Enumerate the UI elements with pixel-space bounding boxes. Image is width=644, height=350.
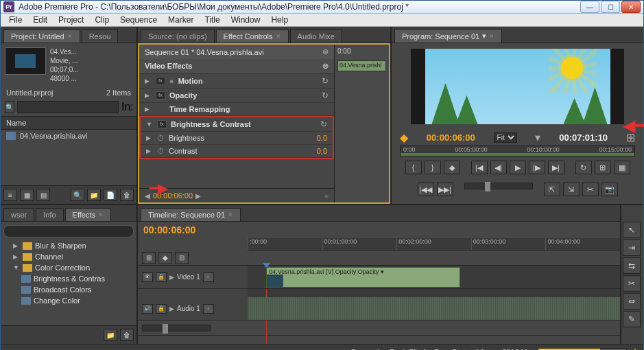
new-bin-button[interactable]: 📁 xyxy=(87,189,101,201)
close-icon[interactable]: ✕ xyxy=(489,33,494,40)
chevron-right-icon[interactable]: ▶ xyxy=(146,148,153,154)
menu-file[interactable]: File xyxy=(3,14,27,26)
menu-title[interactable]: Title xyxy=(199,14,225,26)
effect-row-time-remapping[interactable]: ▶ Time Remapping xyxy=(139,103,334,116)
playhead-marker-icon[interactable]: ◆ xyxy=(400,131,408,144)
mark-in-button[interactable]: { xyxy=(405,161,422,174)
track-select-tool[interactable]: ⇥ xyxy=(623,240,641,256)
next-edit-button[interactable]: ▶▶| xyxy=(437,183,453,196)
effect-row-motion[interactable]: ▶ fx ● Motion ↻ xyxy=(139,74,334,89)
timeline-timecode[interactable]: 00:00:06:00 xyxy=(143,224,195,235)
close-icon[interactable]: ✕ xyxy=(228,211,233,218)
go-to-out-button[interactable]: ▶| xyxy=(548,161,564,174)
fx-badge[interactable]: fx xyxy=(156,77,165,85)
keyframe-icon[interactable]: ● xyxy=(169,77,174,85)
audio-track-header[interactable]: 🔊 🔒 ▶ Audio 1 ▫ xyxy=(138,297,248,320)
preset-change-color[interactable]: Change Color xyxy=(1,295,136,306)
timeline-ruler[interactable]: :00:00 00:01:00:00 00:02:00:00 00:03:00:… xyxy=(248,238,620,250)
trim-button[interactable]: ✂ xyxy=(582,183,599,196)
next-keyframe-icon[interactable]: ▶ xyxy=(195,192,201,200)
search-icon[interactable]: 🔍 xyxy=(5,101,14,113)
collapse-icon[interactable]: ▫ xyxy=(203,272,214,282)
stopwatch-icon[interactable]: ⏱ xyxy=(157,147,165,155)
close-icon[interactable]: ✕ xyxy=(67,33,73,40)
tab-effect-controls[interactable]: Effect Controls✕ xyxy=(216,30,289,43)
selection-tool[interactable]: ↖ xyxy=(623,222,641,238)
output-button[interactable]: ▦ xyxy=(614,161,630,174)
tab-browser[interactable]: wser xyxy=(3,208,34,221)
menu-marker[interactable]: Marker xyxy=(163,14,199,26)
tab-source[interactable]: Source: (no clips) xyxy=(141,30,215,43)
collapse-icon[interactable]: ⊗ xyxy=(322,47,329,56)
lift-button[interactable]: ⇱ xyxy=(544,183,560,196)
loop-button[interactable]: ↻ xyxy=(575,161,592,174)
minimize-button[interactable]: — xyxy=(580,1,599,13)
chevron-right-icon[interactable]: ▶ xyxy=(13,242,20,249)
param-contrast[interactable]: ▶ ⏱ Contrast 0,0 xyxy=(141,145,333,158)
new-item-button[interactable]: 📄 xyxy=(104,189,117,201)
chevron-right-icon[interactable]: ▶ xyxy=(146,135,153,141)
column-header-name[interactable]: Name xyxy=(1,116,136,130)
preset-brightness-contrast[interactable]: Brightness & Contras xyxy=(1,273,136,284)
zoom-icon[interactable]: ⟐ xyxy=(324,192,329,200)
safe-margins-button[interactable]: ⊞ xyxy=(595,161,611,174)
chevron-right-icon[interactable]: ▶ xyxy=(145,92,152,99)
chevron-down-icon[interactable]: ▼ xyxy=(13,264,20,271)
audio-track-lane[interactable] xyxy=(248,297,620,320)
speaker-icon[interactable]: 🔊 xyxy=(142,304,153,314)
reset-icon[interactable]: ↻ xyxy=(322,76,329,86)
program-video[interactable] xyxy=(411,49,624,124)
stopwatch-icon[interactable]: ⏱ xyxy=(157,134,165,142)
effect-row-opacity[interactable]: ▶ fx Opacity ↻ xyxy=(139,89,334,103)
menu-window[interactable]: Window xyxy=(226,14,266,26)
icon-view-button[interactable]: ▦ xyxy=(20,189,34,201)
list-view-button[interactable]: ≡ xyxy=(3,189,17,201)
tool-button[interactable]: ⊟ xyxy=(175,252,189,264)
chevron-right-icon[interactable]: ▶ xyxy=(145,106,152,113)
warning-icon[interactable]: ⚠ xyxy=(631,347,639,350)
zoom-slider[interactable] xyxy=(142,325,211,331)
contrast-value[interactable]: 0,0 xyxy=(317,147,327,155)
chevron-right-icon[interactable]: ▶ xyxy=(169,274,174,281)
dropdown-icon[interactable]: ▾ xyxy=(535,131,540,144)
fx-badge[interactable]: fx xyxy=(157,120,167,128)
find-button[interactable]: 🔍 xyxy=(71,189,84,201)
automate-button[interactable]: ▤ xyxy=(36,189,50,201)
go-to-in-button[interactable]: |◀ xyxy=(471,161,488,174)
brightness-value[interactable]: 0,0 xyxy=(317,134,327,142)
close-button[interactable]: ✕ xyxy=(621,1,641,13)
chevron-down-icon[interactable]: ▼ xyxy=(146,121,153,128)
maximize-button[interactable]: ☐ xyxy=(601,1,620,13)
program-timecode-left[interactable]: 00:00:06:00 xyxy=(427,132,475,143)
extract-button[interactable]: ⇲ xyxy=(563,183,580,196)
video-track-lane[interactable]: 04.Vesna.prishla.avi [V] Opacity:Opacity… xyxy=(248,266,620,289)
marker-button[interactable]: ◆ xyxy=(158,252,172,264)
collapse-icon[interactable]: ⊗ xyxy=(322,62,329,71)
ec-mini-timeline[interactable]: 0:00 04.Vesna.prishl xyxy=(334,45,389,202)
mark-out-button[interactable]: } xyxy=(425,161,441,174)
close-icon[interactable]: ✕ xyxy=(98,211,104,218)
tab-audio-mixer[interactable]: Audio Mixe xyxy=(290,30,342,43)
menu-help[interactable]: Help xyxy=(265,14,294,26)
collapse-icon[interactable]: ▫ xyxy=(203,304,214,314)
param-brightness[interactable]: ▶ ⏱ Brightness 0,0 xyxy=(141,132,333,145)
ripple-edit-tool[interactable]: ⇆ xyxy=(623,257,641,274)
zoom-select[interactable]: Fit xyxy=(494,132,517,143)
chevron-right-icon[interactable]: ▶ xyxy=(145,78,152,84)
program-ruler[interactable]: 0:00 00:05:00:00 00:10:00:00 00:15:00:00 xyxy=(400,145,635,156)
video-clip[interactable]: 04.Vesna.prishla.avi [V] Opacity:Opacity… xyxy=(266,267,460,288)
tab-timeline[interactable]: Timeline: Sequence 01✕ xyxy=(141,208,241,221)
menu-project[interactable]: Project xyxy=(53,14,89,26)
pen-tool[interactable]: ✎ xyxy=(623,311,641,327)
lock-icon[interactable]: 🔒 xyxy=(156,304,167,314)
effect-row-brightness-contrast[interactable]: ▼ fx Brightness & Contrast ↻ xyxy=(141,117,333,132)
snap-button[interactable]: ⊞ xyxy=(142,252,156,264)
close-icon[interactable]: ✕ xyxy=(276,33,281,40)
clip-thumbnail[interactable] xyxy=(5,47,46,75)
effects-search-input[interactable] xyxy=(3,225,134,237)
tab-program[interactable]: Program: Sequence 01 ▾ ✕ xyxy=(394,29,502,43)
eye-icon[interactable]: 👁 xyxy=(142,272,153,282)
folder-blur-sharpen[interactable]: ▶Blur & Sharpen xyxy=(1,240,136,251)
play-button[interactable]: ▶ xyxy=(510,161,526,174)
marker-button[interactable]: ◆ xyxy=(444,161,460,174)
